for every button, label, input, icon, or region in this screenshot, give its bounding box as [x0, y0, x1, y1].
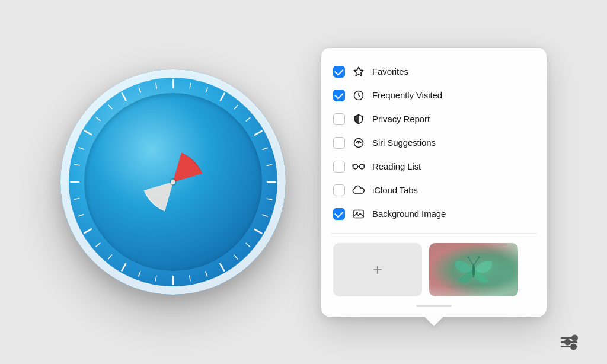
svg-rect-7 — [121, 263, 127, 272]
compass-needle — [106, 115, 240, 249]
svg-rect-28 — [78, 214, 84, 217]
svg-point-47 — [468, 256, 469, 258]
icloud-tabs-label: iCloud Tabs — [372, 185, 418, 195]
svg-rect-12 — [189, 82, 191, 88]
slider-track-1 — [561, 337, 577, 339]
background-image-checkbox[interactable] — [333, 208, 345, 220]
svg-rect-9 — [70, 181, 79, 183]
privacy-report-checkbox[interactable] — [333, 113, 345, 125]
bg-section: + — [321, 238, 547, 299]
list-item[interactable]: Siri Suggestions — [321, 131, 547, 155]
svg-point-46 — [472, 263, 475, 277]
svg-rect-32 — [95, 117, 101, 122]
svg-rect-8 — [84, 228, 92, 234]
svg-rect-23 — [189, 275, 191, 281]
svg-rect-1 — [219, 92, 225, 101]
svg-point-42 — [353, 164, 358, 169]
butterfly-image — [429, 243, 518, 296]
glasses-icon — [352, 160, 365, 173]
svg-rect-16 — [262, 147, 268, 150]
siri-suggestions-label: Siri Suggestions — [372, 138, 436, 148]
main-container: Favorites Frequently Visited — [0, 0, 607, 364]
svg-point-43 — [360, 164, 365, 169]
svg-rect-3 — [267, 181, 276, 183]
favorites-label: Favorites — [372, 66, 408, 76]
settings-button[interactable] — [561, 337, 577, 348]
svg-rect-4 — [254, 228, 263, 234]
svg-rect-10 — [84, 130, 92, 136]
safari-icon-wrapper — [60, 69, 286, 295]
svg-rect-2 — [254, 130, 263, 136]
svg-rect-31 — [78, 147, 84, 150]
svg-rect-34 — [138, 87, 141, 93]
svg-rect-21 — [234, 254, 238, 260]
reading-list-label: Reading List — [372, 161, 421, 171]
background-thumbnail[interactable] — [429, 243, 518, 296]
list-item[interactable]: iCloud Tabs — [321, 178, 547, 202]
siri-icon — [352, 136, 365, 149]
svg-rect-25 — [138, 271, 141, 277]
svg-rect-33 — [108, 104, 113, 110]
svg-rect-18 — [266, 198, 272, 200]
frequently-visited-label: Frequently Visited — [372, 90, 442, 100]
background-image-label: Background Image — [372, 209, 446, 219]
svg-rect-24 — [155, 275, 156, 281]
siri-suggestions-checkbox[interactable] — [333, 137, 345, 149]
svg-rect-14 — [234, 104, 238, 110]
svg-rect-6 — [172, 276, 174, 285]
list-item[interactable]: Frequently Visited — [321, 84, 547, 107]
svg-rect-35 — [155, 82, 157, 88]
svg-point-45 — [356, 212, 358, 213]
sliders-icon — [561, 337, 577, 348]
popup-panel: Favorites Frequently Visited — [321, 48, 547, 317]
slider-track-3 — [561, 346, 577, 348]
svg-rect-30 — [74, 164, 79, 165]
svg-rect-11 — [121, 92, 127, 101]
compass-inner-circle — [84, 93, 262, 271]
slider-track-2 — [561, 341, 577, 343]
svg-point-41 — [358, 142, 360, 143]
frequently-visited-checkbox[interactable] — [333, 90, 345, 101]
svg-rect-29 — [74, 198, 79, 200]
star-icon — [352, 65, 365, 78]
divider — [331, 233, 537, 234]
svg-rect-22 — [205, 271, 208, 277]
checklist: Favorites Frequently Visited — [321, 58, 547, 228]
icloud-tabs-checkbox[interactable] — [333, 184, 345, 196]
svg-rect-20 — [245, 242, 251, 247]
svg-rect-27 — [95, 242, 101, 247]
list-item[interactable]: Favorites — [321, 60, 547, 84]
cloud-icon — [352, 184, 365, 197]
svg-rect-5 — [219, 263, 225, 272]
shield-icon — [352, 113, 365, 126]
scroll-indicator — [416, 305, 452, 307]
privacy-report-label: Privacy Report — [372, 114, 430, 124]
reading-list-checkbox[interactable] — [333, 161, 345, 173]
image-icon — [352, 207, 365, 221]
svg-rect-0 — [172, 79, 174, 88]
list-item[interactable]: Privacy Report — [321, 107, 547, 131]
add-background-button[interactable]: + — [333, 243, 422, 296]
safari-compass — [60, 69, 286, 295]
butterfly-icon — [450, 252, 497, 288]
list-item[interactable]: Reading List — [321, 155, 547, 178]
svg-rect-17 — [266, 164, 272, 166]
clock-icon — [352, 89, 365, 102]
svg-point-48 — [478, 256, 480, 258]
svg-rect-26 — [108, 254, 113, 260]
svg-rect-13 — [205, 87, 208, 93]
svg-rect-44 — [354, 210, 363, 218]
favorites-checkbox[interactable] — [333, 66, 345, 78]
svg-rect-19 — [262, 214, 268, 217]
list-item[interactable]: Background Image — [321, 202, 547, 226]
svg-rect-15 — [245, 117, 251, 122]
